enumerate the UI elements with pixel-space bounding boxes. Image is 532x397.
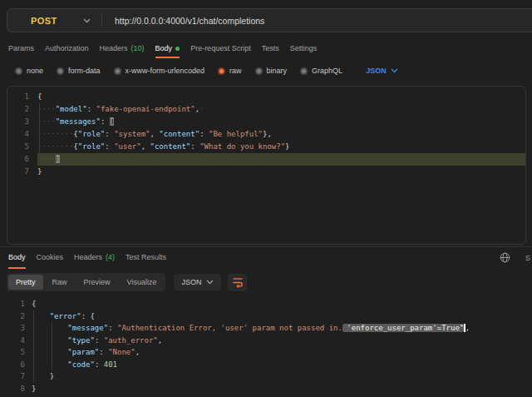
response-editor[interactable]: 1{2 "error": {3 "message": "Authenticati…	[0, 295, 532, 397]
line-number: 1	[7, 91, 29, 103]
tab-label: Body	[8, 253, 26, 261]
mode-binary[interactable]: binary	[255, 67, 288, 75]
method-selector[interactable]: POST	[7, 16, 91, 26]
radio-icon	[15, 67, 22, 75]
code-line[interactable]: 2 "error": {	[7, 310, 532, 323]
line-number: 3	[7, 322, 25, 335]
view-preview[interactable]: Preview	[76, 275, 118, 290]
line-number: 2	[7, 310, 25, 323]
view-raw[interactable]: Raw	[45, 275, 75, 290]
tab-label: Params	[8, 44, 34, 52]
tab-pre-request-script[interactable]: Pre-request Script	[190, 40, 251, 58]
radio-icon	[300, 67, 308, 75]
view-pretty[interactable]: Pretty	[8, 275, 43, 290]
tab-headers[interactable]: Headers(10)	[100, 40, 145, 58]
tab-label: Headers	[74, 253, 102, 261]
code-line[interactable]: 7}	[7, 166, 525, 178]
line-number: 3	[7, 116, 29, 128]
url-input[interactable]: http://0.0.0.0:4000/v1/chat/completions	[115, 16, 264, 26]
tab-label: Pre-request Script	[190, 44, 251, 52]
radio-selected-icon	[218, 67, 225, 75]
response-tab-body[interactable]: Body	[8, 247, 26, 269]
line-number: 6	[7, 359, 25, 371]
tab-label: Settings	[290, 44, 318, 52]
tab-body[interactable]: Body	[155, 40, 180, 58]
view-visualize[interactable]: Visualize	[120, 275, 165, 290]
response-tab-cookies[interactable]: Cookies	[37, 247, 64, 269]
response-meta: S	[500, 252, 530, 263]
body-mode-row: none form-data x-www-form-urlencoded raw…	[0, 62, 532, 80]
mode-x-www-form-urlencoded[interactable]: x-www-form-urlencoded	[114, 67, 205, 75]
tab-label: Authorization	[45, 44, 89, 52]
tab-settings[interactable]: Settings	[290, 40, 318, 58]
line-number: 4	[7, 128, 29, 141]
language-label: JSON	[181, 278, 201, 286]
mode-label: x-www-form-urlencoded	[126, 67, 205, 75]
line-number: 7	[7, 370, 25, 383]
response-tab-test-results[interactable]: Test Results	[126, 247, 166, 269]
postman-app: POST http://0.0.0.0:4000/v1/chat/complet…	[0, 0, 532, 397]
line-number: 2	[7, 103, 29, 116]
code-line[interactable]: 1{	[7, 91, 525, 103]
mode-graphql[interactable]: GraphQL	[300, 67, 342, 75]
modified-dot-icon	[175, 47, 180, 51]
tab-label: Cookies	[37, 253, 64, 261]
mode-label: raw	[229, 67, 242, 75]
mode-none[interactable]: none	[15, 67, 43, 75]
line-number: 1	[7, 298, 25, 310]
response-code: 1{2 "error": {3 "message": "Authenticati…	[7, 298, 532, 395]
response-language-dropdown[interactable]: JSON	[174, 274, 221, 290]
response-tab-headers[interactable]: Headers(4)	[74, 247, 115, 269]
headers-count: (10)	[131, 44, 145, 52]
code-line[interactable]: 5 "param": "None",	[7, 346, 532, 359]
globe-icon[interactable]	[500, 252, 510, 263]
line-number: 7	[7, 166, 29, 178]
code-line[interactable]: 8}	[7, 383, 532, 395]
code-line[interactable]: 1{	[7, 298, 532, 310]
tab-label: Body	[155, 44, 173, 52]
divider	[101, 14, 102, 27]
language-label: JSON	[366, 67, 387, 75]
tab-tests[interactable]: Tests	[262, 40, 279, 58]
code-line[interactable]: 3····"messages": [	[7, 116, 525, 128]
code-line[interactable]: 4········{"role": "system", "content": "…	[7, 128, 525, 141]
request-tabs: Params Authorization Headers(10) Body Pr…	[0, 40, 532, 58]
code-line[interactable]: 6····]	[7, 153, 525, 166]
radio-icon	[255, 67, 263, 75]
request-language-dropdown[interactable]: JSON	[366, 67, 398, 75]
line-number: 5	[7, 141, 29, 153]
code-line[interactable]: 3 "message": "Authentication Error, 'use…	[7, 322, 532, 335]
request-url-bar: POST http://0.0.0.0:4000/v1/chat/complet…	[7, 8, 532, 32]
mode-raw[interactable]: raw	[218, 67, 242, 75]
mode-label: binary	[267, 67, 288, 75]
wrap-text-button[interactable]	[228, 274, 247, 291]
tab-authorization[interactable]: Authorization	[45, 40, 89, 58]
chevron-down-icon	[83, 18, 91, 23]
text-wrap-icon	[232, 276, 244, 288]
radio-icon	[57, 67, 64, 75]
response-toolbar: Pretty Raw Preview Visualize JSON	[7, 273, 247, 291]
indent-guide	[52, 322, 52, 370]
code-line[interactable]: 2····"model": "fake-openai-endpoint",·	[7, 103, 525, 116]
clipped-status-text: S	[525, 254, 530, 262]
headers-count: (4)	[106, 253, 115, 261]
line-number: 6	[7, 153, 29, 166]
line-number: 8	[7, 383, 25, 395]
mode-label: GraphQL	[312, 67, 342, 75]
mode-form-data[interactable]: form-data	[57, 67, 101, 75]
indent-guide	[33, 310, 34, 383]
chevron-down-icon	[391, 68, 398, 73]
mode-label: none	[27, 67, 43, 75]
tab-label: Headers	[100, 44, 128, 52]
code-line[interactable]: 7 }	[7, 370, 532, 383]
chevron-down-icon	[206, 280, 214, 285]
code-line[interactable]: 6 "code": 401	[7, 359, 532, 371]
code-line[interactable]: 5········{"role": "user", "content": "Wh…	[7, 141, 525, 153]
request-editor[interactable]: 1{2····"model": "fake-openai-endpoint",·…	[7, 86, 526, 245]
line-number: 4	[7, 335, 25, 347]
tab-params[interactable]: Params	[8, 40, 34, 58]
line-number: 5	[7, 346, 25, 359]
indent-guide	[39, 103, 40, 166]
code-line[interactable]: 4 "type": "auth_error",	[7, 335, 532, 347]
method-label: POST	[31, 16, 57, 26]
